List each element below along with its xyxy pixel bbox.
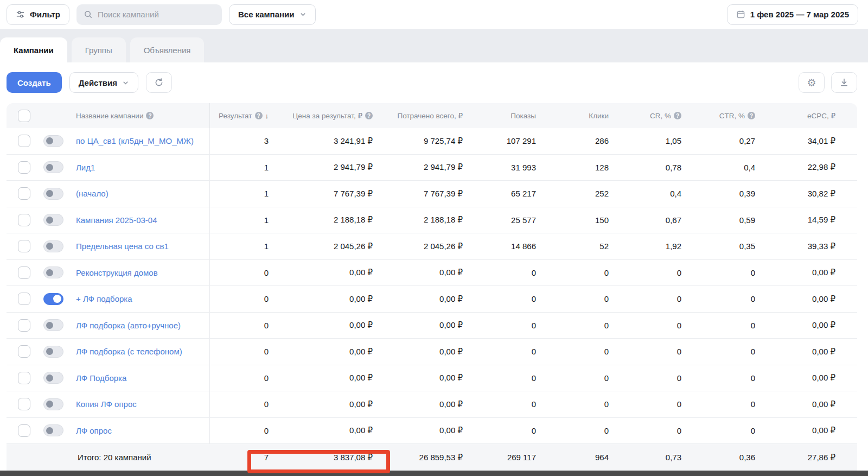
help-icon[interactable]: ?: [674, 112, 681, 119]
header-price[interactable]: Цена за результат, ₽ ?: [269, 103, 373, 128]
row-toggle[interactable]: [43, 135, 63, 147]
row-toggle[interactable]: [43, 161, 63, 173]
row-checkbox[interactable]: [18, 135, 30, 147]
select-all-checkbox[interactable]: [18, 110, 30, 122]
header-price-label: Цена за результат, ₽: [292, 111, 362, 120]
date-range-picker[interactable]: 1 фев 2025 — 7 мар 2025: [727, 4, 858, 25]
row-price: 2 941,79 ₽: [269, 155, 373, 181]
campaign-name-link[interactable]: + ЛФ подборка: [76, 294, 132, 303]
campaign-name-link[interactable]: Лид1: [76, 163, 95, 172]
row-result: 3: [210, 128, 269, 154]
row-toggle-cell: [38, 128, 71, 154]
search-input[interactable]: [98, 10, 215, 19]
header-result[interactable]: Результат ? ↓: [210, 103, 269, 128]
chevron-down-icon: [299, 11, 307, 18]
campaign-name-link[interactable]: (начало): [76, 189, 108, 198]
row-checkbox[interactable]: [18, 293, 30, 305]
row-checkbox[interactable]: [18, 398, 30, 410]
row-checkbox[interactable]: [18, 240, 30, 252]
total-spent: 26 859,53 ₽: [373, 444, 463, 471]
row-price: 2 045,26 ₽: [269, 233, 373, 259]
row-toggle[interactable]: [43, 293, 63, 305]
help-icon[interactable]: ?: [748, 112, 755, 119]
header-name[interactable]: Название кампании ?: [71, 103, 210, 128]
row-cr: 0: [609, 313, 681, 339]
campaign-name-link[interactable]: ЛФ Подборка: [76, 373, 126, 383]
help-icon[interactable]: ?: [365, 112, 373, 119]
row-toggle[interactable]: [43, 346, 63, 358]
row-toggle[interactable]: [43, 424, 63, 436]
export-button[interactable]: [831, 72, 857, 93]
row-checkbox[interactable]: [18, 424, 30, 437]
campaign-name-link[interactable]: ЛФ опрос: [76, 426, 112, 435]
row-toggle[interactable]: [43, 319, 63, 331]
row-shows: 65 217: [463, 181, 536, 207]
row-shows: 0: [463, 313, 536, 339]
row-select-cell: [7, 128, 38, 154]
header-cr[interactable]: CR, % ?: [609, 103, 681, 128]
row-ctr: 0: [681, 365, 755, 391]
row-spent: 0,00 ₽: [373, 365, 463, 391]
row-checkbox[interactable]: [18, 319, 30, 332]
campaign-name-link[interactable]: Предельная цена со св1: [76, 242, 169, 251]
row-price: 3 241,91 ₽: [269, 128, 373, 154]
table-footer-row: Итого: 20 кампаний 7 3 837,08 ₽ 26 859,5…: [7, 444, 857, 471]
tab-campaigns[interactable]: Кампании: [0, 37, 67, 62]
campaign-name-link[interactable]: Реконструкция домов: [76, 268, 158, 277]
refresh-button[interactable]: [146, 72, 172, 93]
scope-selected-value: Все кампании: [238, 10, 295, 19]
create-button[interactable]: Создать: [7, 72, 62, 93]
table-row: ЛФ Подборка 0 0,00 ₽ 0,00 ₽ 0 0 0 0 0,00…: [7, 365, 857, 392]
row-checkbox[interactable]: [18, 372, 30, 384]
row-spent: 0,00 ₽: [373, 418, 463, 444]
row-ctr: 0,39: [681, 181, 755, 207]
campaign-name-link[interactable]: Копия ЛФ опрос: [76, 399, 137, 409]
total-ecpc: 27,86 ₽: [755, 444, 857, 471]
row-checkbox[interactable]: [18, 161, 30, 174]
header-shows[interactable]: Показы: [463, 103, 536, 128]
row-toggle[interactable]: [43, 188, 63, 200]
row-toggle[interactable]: [43, 214, 63, 226]
row-ecpc: 34,01 ₽: [755, 128, 857, 154]
help-icon[interactable]: ?: [255, 112, 263, 119]
campaign-search[interactable]: [76, 4, 222, 25]
row-name-cell: Предельная цена со св1: [71, 233, 210, 259]
table-settings-button[interactable]: ⚙: [799, 72, 825, 93]
row-result: 1: [210, 155, 269, 181]
header-spent[interactable]: Потрачено всего, ₽: [373, 103, 463, 128]
campaign-name-link[interactable]: ЛФ подборка (авто+ручное): [76, 321, 181, 330]
row-price: 0,00 ₽: [269, 313, 373, 339]
totals-label: Итого: 20 кампаний: [7, 444, 210, 471]
table-row: Кампания 2025-03-04 1 2 188,18 ₽ 2 188,1…: [7, 207, 857, 234]
row-toggle[interactable]: [43, 372, 63, 384]
header-ctr[interactable]: CTR, % ?: [681, 103, 755, 128]
row-price: 7 767,39 ₽: [269, 181, 373, 207]
campaign-name-link[interactable]: по ЦА_св1 (кл5дн_М_МО_МЖ): [76, 136, 194, 145]
header-ecpc[interactable]: eCPC, ₽: [755, 103, 857, 128]
campaign-scope-dropdown[interactable]: Все кампании: [229, 4, 316, 25]
actions-dropdown[interactable]: Действия: [69, 72, 138, 93]
help-icon[interactable]: ?: [146, 112, 154, 119]
row-select-cell: [7, 365, 38, 391]
row-result: 0: [210, 313, 269, 339]
table-row: по ЦА_св1 (кл5дн_М_МО_МЖ) 3 3 241,91 ₽ 9…: [7, 128, 857, 155]
row-checkbox[interactable]: [18, 214, 30, 226]
row-ecpc: 0,00 ₽: [755, 365, 857, 391]
header-clicks[interactable]: Клики: [536, 103, 609, 128]
row-checkbox[interactable]: [18, 266, 30, 279]
tab-groups[interactable]: Группы: [72, 37, 126, 62]
filter-button[interactable]: Фильтр: [7, 4, 69, 25]
row-price: 0,00 ₽: [269, 365, 373, 391]
row-checkbox[interactable]: [18, 187, 30, 200]
row-result: 0: [210, 391, 269, 417]
row-name-cell: по ЦА_св1 (кл5дн_М_МО_МЖ): [71, 128, 210, 154]
tab-ads[interactable]: Объявления: [130, 37, 205, 62]
gear-icon: ⚙: [807, 78, 816, 88]
campaign-name-link[interactable]: Кампания 2025-03-04: [76, 215, 157, 225]
row-checkbox[interactable]: [18, 345, 30, 358]
row-select-cell: [7, 260, 38, 286]
row-toggle[interactable]: [43, 266, 63, 278]
campaign-name-link[interactable]: ЛФ подборка (с телефоном): [76, 347, 182, 356]
row-toggle[interactable]: [43, 240, 63, 252]
row-toggle[interactable]: [43, 398, 63, 410]
